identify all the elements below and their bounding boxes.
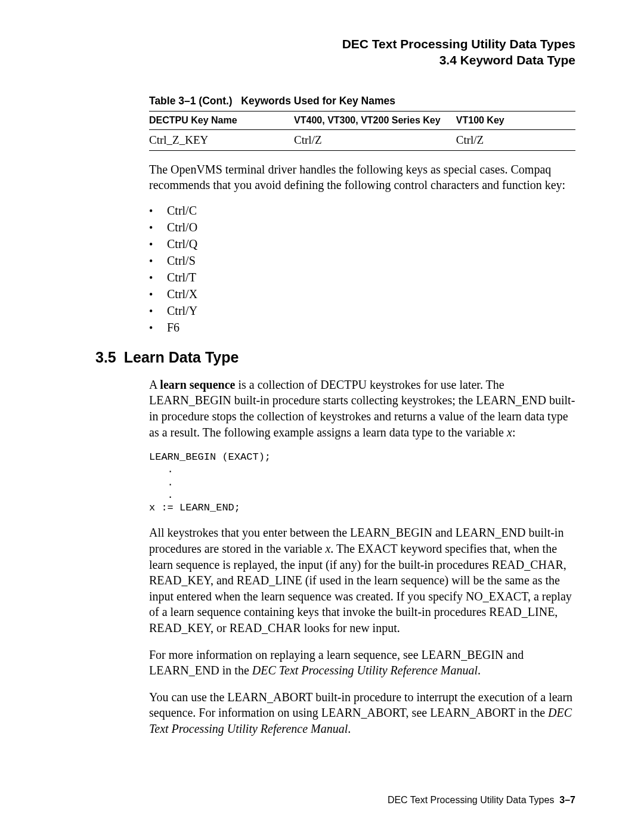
- table-caption-label: Table 3–1 (Cont.): [149, 95, 233, 107]
- bullet-icon: •: [149, 289, 167, 301]
- list-item-label: Ctrl/Q: [167, 237, 197, 251]
- td-dectpu-key: Ctrl_Z_KEY: [149, 129, 294, 150]
- running-header: DEC Text Processing Utility Data Types 3…: [95, 36, 575, 69]
- list-item: •Ctrl/X: [149, 287, 575, 301]
- table-caption: Table 3–1 (Cont.) Keywords Used for Key …: [149, 95, 575, 107]
- table-header-row: DECTPU Key Name VT400, VT300, VT200 Seri…: [149, 111, 575, 129]
- text: .: [478, 664, 481, 677]
- list-item: •Ctrl/S: [149, 254, 575, 268]
- text: You can use the LEARN_ABORT built-in pro…: [149, 690, 572, 720]
- bullet-icon: •: [149, 222, 167, 234]
- bullet-icon: •: [149, 205, 167, 218]
- list-item-label: Ctrl/Y: [167, 304, 197, 318]
- table-row: Ctrl_Z_KEY Ctrl/Z Ctrl/Z: [149, 129, 575, 150]
- list-item: •Ctrl/C: [149, 204, 575, 218]
- code-block: LEARN_BEGIN (EXACT); . . . x := LEARN_EN…: [149, 451, 575, 514]
- td-vt100-key: Ctrl/Z: [456, 129, 575, 150]
- bullet-icon: •: [149, 255, 167, 268]
- list-item-label: Ctrl/O: [167, 221, 197, 234]
- footer-text: DEC Text Processing Utility Data Types: [388, 795, 555, 805]
- list-item-label: Ctrl/C: [167, 204, 197, 218]
- learn-paragraph-3: For more information on replaying a lear…: [149, 647, 575, 679]
- bullet-icon: •: [149, 305, 167, 318]
- section-heading: 3.5 Learn Data Type: [95, 349, 575, 366]
- reference-manual: DEC Text Processing Utility Reference Ma…: [252, 664, 478, 677]
- table-caption-title: Keywords Used for Key Names: [241, 95, 395, 107]
- keywords-table: DECTPU Key Name VT400, VT300, VT200 Seri…: [149, 111, 575, 151]
- text: A: [149, 378, 160, 391]
- page-number: 3–7: [559, 795, 575, 805]
- td-series-key: Ctrl/Z: [294, 129, 456, 150]
- intro-paragraph: The OpenVMS terminal driver handles the …: [149, 162, 575, 193]
- page: DEC Text Processing Utility Data Types 3…: [0, 0, 644, 833]
- variable-x: x: [325, 542, 330, 555]
- list-item-label: Ctrl/T: [167, 271, 196, 284]
- text: :: [512, 426, 516, 439]
- list-item: •Ctrl/Y: [149, 304, 575, 318]
- header-line-1: DEC Text Processing Utility Data Types: [95, 36, 575, 52]
- page-footer: DEC Text Processing Utility Data Types 3…: [388, 795, 575, 806]
- bullet-icon: •: [149, 272, 167, 284]
- learn-paragraph-2: All keystrokes that you enter between th…: [149, 525, 575, 636]
- bullet-icon: •: [149, 239, 167, 251]
- term-learn-sequence: learn sequence: [160, 378, 235, 391]
- section-title: Learn Data Type: [124, 349, 239, 366]
- content-area: Table 3–1 (Cont.) Keywords Used for Key …: [149, 95, 575, 737]
- section-number: 3.5: [95, 349, 116, 366]
- text: .: [348, 722, 351, 735]
- list-item-label: Ctrl/X: [167, 287, 197, 301]
- th-vt100-key: VT100 Key: [456, 111, 575, 129]
- list-item-label: Ctrl/S: [167, 254, 196, 268]
- learn-paragraph-4: You can use the LEARN_ABORT built-in pro…: [149, 689, 575, 737]
- th-series-key: VT400, VT300, VT200 Series Key: [294, 111, 456, 129]
- list-item-label: F6: [167, 321, 179, 335]
- list-item: •Ctrl/O: [149, 221, 575, 234]
- bullet-icon: •: [149, 322, 167, 335]
- th-dectpu-key: DECTPU Key Name: [149, 111, 294, 129]
- list-item: •Ctrl/T: [149, 271, 575, 284]
- list-item: •F6: [149, 321, 575, 335]
- list-item: •Ctrl/Q: [149, 237, 575, 251]
- variable-x: x: [507, 426, 512, 439]
- learn-paragraph-1: A learn sequence is a collection of DECT…: [149, 377, 575, 440]
- header-line-2: 3.4 Keyword Data Type: [95, 52, 575, 68]
- text: . The EXACT keyword specifies that, when…: [149, 542, 572, 634]
- avoid-keys-list: •Ctrl/C •Ctrl/O •Ctrl/Q •Ctrl/S •Ctrl/T …: [149, 204, 575, 335]
